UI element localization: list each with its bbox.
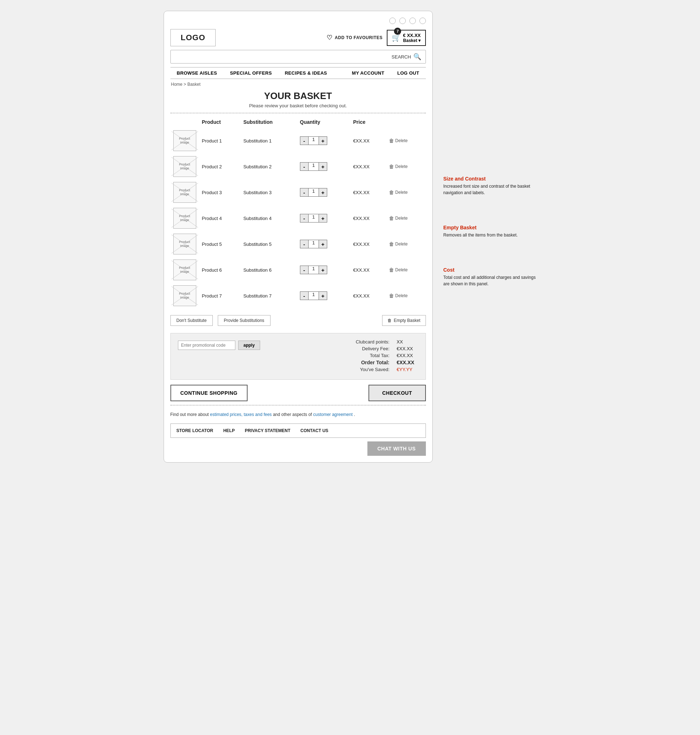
- window-chrome: [171, 18, 426, 24]
- continue-shopping-button[interactable]: CONTINUE SHOPPING: [171, 385, 247, 401]
- delete-icon-2: 🗑: [389, 190, 394, 195]
- dont-substitute-button[interactable]: Don't Substitute: [171, 315, 213, 326]
- nav-recipes-ideas[interactable]: RECIPES & IDEAS: [278, 70, 334, 76]
- table-row: Product Image Product 5 Substitution 5 -…: [171, 231, 426, 257]
- delete-button-4[interactable]: 🗑 Delete: [389, 241, 408, 247]
- delete-cell-4: 🗑 Delete: [386, 231, 426, 257]
- delete-cell-5: 🗑 Delete: [386, 257, 426, 283]
- footer-nav-store-locator[interactable]: STORE LOCATOR: [176, 428, 213, 433]
- chrome-circle-4: [419, 18, 426, 24]
- substitution-cell-6: Substitution 7: [240, 283, 297, 309]
- basket-price: € XX.XX: [403, 32, 421, 38]
- basket-button[interactable]: 🛒 7 € XX.XX Basket ▾: [387, 30, 425, 46]
- search-bar: SEARCH 🔍: [171, 50, 426, 63]
- delivery-row: Delivery Fee: €XX.XX: [271, 346, 418, 351]
- product-name-cell-5: Product 6: [199, 257, 241, 283]
- order-total-value: €XX.XX: [397, 359, 418, 365]
- search-text: SEARCH: [391, 54, 411, 60]
- qty-plus-1[interactable]: +: [319, 162, 327, 171]
- qty-minus-3[interactable]: -: [300, 214, 309, 222]
- basket-count-badge: 7: [394, 28, 401, 35]
- delete-button-5[interactable]: 🗑 Delete: [389, 267, 408, 273]
- delete-button-2[interactable]: 🗑 Delete: [389, 190, 408, 195]
- footer-info: Find out more about estimated prices, ta…: [171, 409, 426, 420]
- qty-plus-0[interactable]: +: [319, 136, 327, 145]
- annotation-size-contrast: Size and Contrast Increased font size an…: [443, 176, 537, 196]
- delete-button-1[interactable]: 🗑 Delete: [389, 163, 408, 169]
- annotation-empty-basket-title: Empty Basket: [443, 225, 537, 230]
- table-row: Product Image Product 2 Substitution 2 -…: [171, 153, 426, 180]
- qty-cell-0: - 1 +: [297, 128, 350, 153]
- qty-cell-6: - 1 +: [297, 283, 350, 309]
- qty-minus-4[interactable]: -: [300, 240, 309, 248]
- qty-value-6: 1: [309, 292, 319, 300]
- annotation-empty-basket-text: Removes all the items from the basket.: [443, 232, 537, 238]
- header: LOGO ♡ ADD TO FAVOURITES 🛒 7 € XX.XX Bas…: [171, 29, 426, 46]
- chat-button[interactable]: CHAT WITH US: [368, 442, 426, 456]
- chrome-circle-3: [409, 18, 416, 24]
- qty-cell-1: - 1 +: [297, 153, 350, 180]
- delivery-value: €XX.XX: [397, 346, 418, 351]
- nav-browse-aisles[interactable]: BROWSE AISLES: [171, 70, 224, 76]
- tax-label: Total Tax:: [370, 353, 390, 358]
- delete-button-3[interactable]: 🗑 Delete: [389, 215, 408, 221]
- qty-minus-0[interactable]: -: [300, 136, 309, 145]
- product-image-0: Product Image: [173, 130, 196, 151]
- summary-panel: apply Clubcard points: XX Delivery Fee: …: [171, 333, 426, 380]
- tax-row: Total Tax: €XX.XX: [271, 353, 418, 358]
- qty-control-5: - 1 +: [300, 265, 348, 274]
- provide-substitutions-button[interactable]: Provide Substitutions: [218, 315, 271, 326]
- product-image-1: Product Image: [173, 156, 196, 177]
- price-cell-2: €XX.XX: [350, 180, 386, 205]
- product-name-cell-1: Product 2: [199, 153, 241, 180]
- add-to-favourites-button[interactable]: ♡ ADD TO FAVOURITES: [326, 34, 382, 42]
- chrome-circle-2: [399, 18, 406, 24]
- search-input[interactable]: [175, 54, 392, 60]
- chrome-circle-1: [389, 18, 396, 24]
- nav-my-account[interactable]: MY ACCOUNT: [346, 70, 391, 76]
- annotation-size-contrast-text: Increased font size and contrast of the …: [443, 183, 537, 196]
- footer-nav-help[interactable]: HELP: [223, 428, 235, 433]
- qty-plus-3[interactable]: +: [319, 214, 327, 222]
- product-image-cell-2: Product Image: [171, 180, 199, 205]
- footer-link-prices[interactable]: estimated prices, taxes and fees: [210, 412, 272, 417]
- page-subtitle: Please review your basket before checkin…: [171, 103, 426, 108]
- product-image-4: Product Image: [173, 234, 196, 255]
- qty-minus-6[interactable]: -: [300, 292, 309, 300]
- qty-minus-5[interactable]: -: [300, 265, 309, 274]
- footer-nav-privacy[interactable]: PRIVACY STATEMENT: [245, 428, 290, 433]
- col-header-price: Price: [350, 117, 386, 128]
- delete-icon-6: 🗑: [389, 293, 394, 299]
- cost-section: Clubcard points: XX Delivery Fee: €XX.XX…: [271, 339, 418, 374]
- qty-control-1: - 1 +: [300, 162, 348, 171]
- nav-log-out[interactable]: LOG OUT: [391, 70, 425, 76]
- footer-nav-contact[interactable]: CONTACT US: [300, 428, 328, 433]
- qty-value-0: 1: [309, 136, 319, 145]
- qty-cell-3: - 1 +: [297, 205, 350, 231]
- apply-promo-button[interactable]: apply: [238, 340, 260, 350]
- product-image-cell-6: Product Image: [171, 283, 199, 309]
- qty-minus-1[interactable]: -: [300, 162, 309, 171]
- qty-plus-5[interactable]: +: [319, 265, 327, 274]
- footer-text-after: .: [354, 412, 355, 417]
- price-cell-1: €XX.XX: [350, 153, 386, 180]
- qty-plus-2[interactable]: +: [319, 188, 327, 197]
- price-cell-6: €XX.XX: [350, 283, 386, 309]
- product-image-cell-0: Product Image: [171, 128, 199, 153]
- promo-code-input[interactable]: [178, 340, 235, 350]
- main-container: LOGO ♡ ADD TO FAVOURITES 🛒 7 € XX.XX Bas…: [163, 11, 433, 463]
- qty-minus-2[interactable]: -: [300, 188, 309, 197]
- nav-special-offers[interactable]: SPECIAL OFFERS: [224, 70, 278, 76]
- empty-basket-button[interactable]: 🗑 Empty Basket: [382, 315, 425, 326]
- qty-plus-6[interactable]: +: [319, 292, 327, 300]
- table-row: Product Image Product 1 Substitution 1 -…: [171, 128, 426, 153]
- delete-button-6[interactable]: 🗑 Delete: [389, 293, 408, 299]
- delete-button-0[interactable]: 🗑 Delete: [389, 138, 408, 144]
- checkout-button[interactable]: CHECKOUT: [369, 385, 425, 401]
- top-divider: [171, 113, 426, 113]
- price-cell-5: €XX.XX: [350, 257, 386, 283]
- footer-link-agreement[interactable]: customer agreement: [313, 412, 353, 417]
- qty-plus-4[interactable]: +: [319, 240, 327, 248]
- delete-label-2: Delete: [396, 190, 408, 195]
- promo-section: apply: [178, 340, 260, 350]
